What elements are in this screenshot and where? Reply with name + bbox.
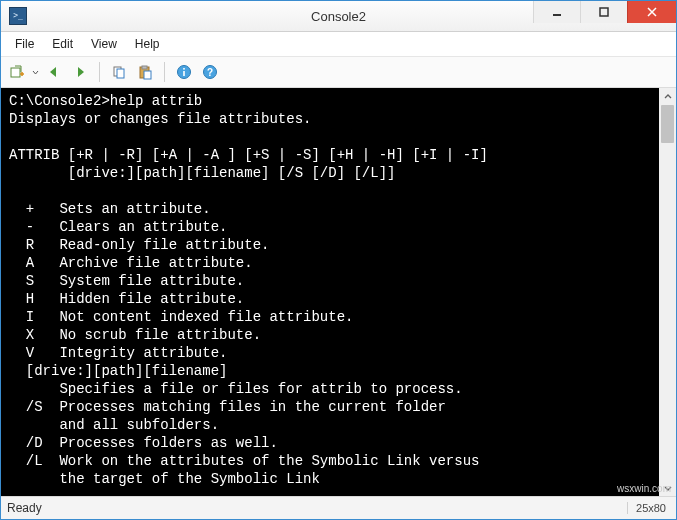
output-line: A Archive file attribute. [9, 255, 253, 271]
output-line: Specifies a file or files for attrib to … [9, 381, 463, 397]
info-button[interactable] [173, 61, 195, 83]
output-line: /S Processes matching files in the curre… [9, 399, 446, 415]
output-line: and all subfolders. [9, 417, 219, 433]
output-line: I Not content indexed file attribute. [9, 309, 353, 325]
status-dimensions: 25x80 [627, 502, 670, 514]
output-line: [drive:][path][filename] [/S [/D] [/L]] [9, 165, 395, 181]
minimize-icon [552, 7, 562, 17]
svg-rect-0 [553, 14, 561, 16]
menu-view[interactable]: View [83, 35, 125, 53]
status-text: Ready [7, 501, 42, 515]
svg-rect-9 [183, 71, 185, 76]
menu-help[interactable]: Help [127, 35, 168, 53]
svg-rect-2 [11, 68, 20, 77]
close-button[interactable] [627, 1, 676, 23]
svg-rect-6 [142, 66, 147, 69]
statusbar: Ready 25x80 [1, 496, 676, 519]
toolbar: ? [1, 57, 676, 88]
new-tab-icon [10, 64, 26, 80]
chevron-down-icon [664, 484, 672, 492]
toolbar-separator [164, 62, 165, 82]
output-line: ATTRIB [+R | -R] [+A | -A ] [+S | -S] [+… [9, 147, 488, 163]
console-area: C:\Console2>help attrib Displays or chan… [1, 88, 676, 496]
toolbar-separator [99, 62, 100, 82]
vertical-scrollbar[interactable] [659, 88, 676, 496]
chevron-down-icon [32, 69, 39, 76]
info-icon [176, 64, 192, 80]
menu-edit[interactable]: Edit [44, 35, 81, 53]
output-line: the target of the Symbolic Link [9, 471, 320, 487]
scroll-track[interactable] [659, 105, 676, 479]
output-line: [drive:][path][filename] [9, 363, 227, 379]
output-line: H Hidden file attribute. [9, 291, 244, 307]
next-tab-button[interactable] [69, 61, 91, 83]
scroll-thumb[interactable] [661, 105, 674, 143]
output-line: /L Work on the attributes of the Symboli… [9, 453, 479, 469]
help-icon: ? [202, 64, 218, 80]
paste-icon [137, 64, 153, 80]
svg-rect-4 [117, 69, 124, 78]
paste-button[interactable] [134, 61, 156, 83]
minimize-button[interactable] [533, 1, 580, 23]
arrow-left-icon [46, 64, 62, 80]
maximize-button[interactable] [580, 1, 627, 23]
copy-button[interactable] [108, 61, 130, 83]
console-output[interactable]: C:\Console2>help attrib Displays or chan… [1, 88, 659, 496]
svg-rect-7 [144, 71, 151, 79]
copy-icon [111, 64, 127, 80]
chevron-up-icon [664, 93, 672, 101]
new-tab-dropdown[interactable] [31, 69, 39, 76]
scroll-down-button[interactable] [659, 479, 676, 496]
close-icon [647, 7, 657, 17]
maximize-icon [599, 7, 609, 17]
output-line: R Read-only file attribute. [9, 237, 269, 253]
svg-rect-10 [183, 68, 185, 70]
output-line: X No scrub file attribute. [9, 327, 261, 343]
svg-text:?: ? [207, 67, 213, 78]
app-icon [9, 7, 27, 25]
output-line: S System file attribute. [9, 273, 244, 289]
titlebar: Console2 [1, 1, 676, 32]
prompt: C:\Console2> [9, 93, 110, 109]
menubar: File Edit View Help [1, 32, 676, 57]
window-controls [533, 1, 676, 23]
typed-command: help attrib [110, 93, 202, 109]
new-tab-button[interactable] [7, 61, 29, 83]
output-line: /D Processes folders as well. [9, 435, 278, 451]
output-line: Displays or changes file attributes. [9, 111, 311, 127]
help-button[interactable]: ? [199, 61, 221, 83]
scroll-up-button[interactable] [659, 88, 676, 105]
arrow-right-icon [72, 64, 88, 80]
app-window: Console2 File Edit View Help [0, 0, 677, 520]
output-line: V Integrity attribute. [9, 345, 227, 361]
output-line: + Sets an attribute. [9, 201, 211, 217]
prev-tab-button[interactable] [43, 61, 65, 83]
svg-rect-1 [600, 8, 608, 16]
menu-file[interactable]: File [7, 35, 42, 53]
output-line: - Clears an attribute. [9, 219, 227, 235]
